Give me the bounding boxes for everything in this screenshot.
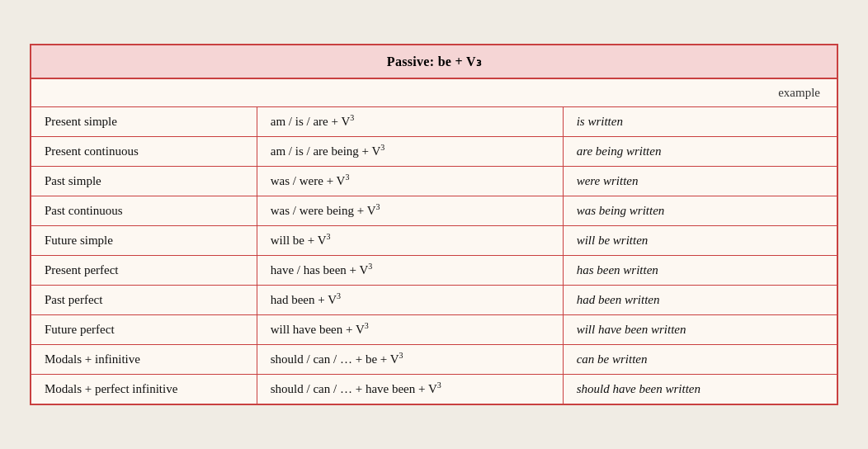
tense-cell: Future perfect <box>31 315 257 345</box>
example-cell: will have been written <box>563 315 837 345</box>
table-row: Past perfecthad been + V3had been writte… <box>31 286 837 315</box>
formula-cell: will be + V3 <box>257 226 563 256</box>
example-cell: had been written <box>563 286 837 315</box>
header-col1 <box>31 78 257 107</box>
tense-cell: Future simple <box>31 226 257 256</box>
tense-cell: Present continuous <box>31 137 257 167</box>
formula-cell: am / is / are being + V3 <box>257 137 563 167</box>
tense-cell: Past perfect <box>31 286 257 315</box>
formula-cell: will have been + V3 <box>257 315 563 345</box>
example-cell: were written <box>563 167 837 196</box>
table-title: Passive: be + V₃ <box>31 45 837 78</box>
example-cell: has been written <box>563 256 837 286</box>
tense-cell: Past continuous <box>31 196 257 226</box>
table-row: Past continuouswas / were being + V3was … <box>31 196 837 226</box>
example-cell: can be written <box>563 345 837 375</box>
table-row: Future simplewill be + V3will be written <box>31 226 837 256</box>
tense-cell: Modals + perfect infinitive <box>31 375 257 404</box>
example-cell: is written <box>563 107 837 137</box>
formula-cell: am / is / are + V3 <box>257 107 563 137</box>
passive-table: Passive: be + V₃ example Present simplea… <box>30 44 838 405</box>
header-col2 <box>257 78 563 107</box>
header-row: example <box>31 78 837 107</box>
table-row: Present perfecthave / has been + V3has b… <box>31 256 837 286</box>
header-col3: example <box>563 78 837 107</box>
example-cell: will be written <box>563 226 837 256</box>
formula-cell: should / can / … + be + V3 <box>257 345 563 375</box>
formula-cell: have / has been + V3 <box>257 256 563 286</box>
formula-cell: had been + V3 <box>257 286 563 315</box>
formula-cell: was / were being + V3 <box>257 196 563 226</box>
tense-cell: Present simple <box>31 107 257 137</box>
example-cell: was being written <box>563 196 837 226</box>
tense-cell: Modals + infinitive <box>31 345 257 375</box>
title-row: Passive: be + V₃ <box>31 45 837 78</box>
table-row: Future perfectwill have been + V3will ha… <box>31 315 837 345</box>
table-row: Present simpleam / is / are + V3is writt… <box>31 107 837 137</box>
table-row: Present continuousam / is / are being + … <box>31 137 837 167</box>
table-row: Modals + perfect infinitiveshould / can … <box>31 375 837 404</box>
tense-cell: Present perfect <box>31 256 257 286</box>
formula-cell: should / can / … + have been + V3 <box>257 375 563 404</box>
tense-cell: Past simple <box>31 167 257 196</box>
example-cell: are being written <box>563 137 837 167</box>
example-cell: should have been written <box>563 375 837 404</box>
formula-cell: was / were + V3 <box>257 167 563 196</box>
table-row: Modals + infinitiveshould / can / … + be… <box>31 345 837 375</box>
table-row: Past simplewas / were + V3were written <box>31 167 837 196</box>
